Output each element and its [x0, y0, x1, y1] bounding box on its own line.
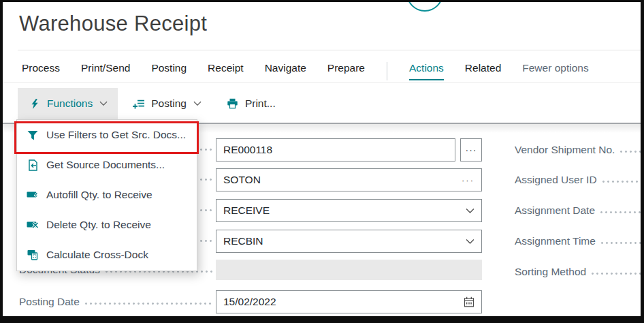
printer-icon — [226, 98, 240, 109]
ribbon-divider — [3, 82, 641, 83]
tab-prepare[interactable]: Prepare — [327, 62, 365, 79]
tab-receipt[interactable]: Receipt — [208, 62, 244, 79]
sorting-method-row: Sorting Method — [515, 260, 641, 283]
assignment-date-row: Assignment Date — [515, 199, 641, 222]
menu-item-label: Autofill Qty. to Receive — [46, 189, 152, 201]
field-x-icon — [26, 220, 39, 230]
posting-button[interactable]: Posting — [122, 88, 212, 119]
assignment-time-row: Assignment Time — [515, 230, 641, 253]
menu-item-delete-qty[interactable]: Delete Qty. to Receive — [17, 210, 197, 240]
posting-date-value: 15/02/2022 — [223, 296, 464, 308]
chevron-down-icon[interactable] — [466, 208, 474, 214]
functions-button-label: Functions — [47, 97, 93, 110]
posting-date-field[interactable]: 15/02/2022 — [216, 290, 482, 313]
tab-process[interactable]: Process — [22, 62, 60, 79]
tab-separator — [387, 62, 387, 80]
dotted-leader — [200, 179, 214, 181]
posting-button-label: Posting — [151, 97, 187, 110]
title-divider — [18, 50, 641, 50]
location-code-field[interactable]: SOTON ··· — [216, 168, 482, 191]
location-code-value: SOTON — [223, 174, 462, 186]
menu-item-label: Get Source Documents... — [46, 159, 165, 171]
dotted-leader — [592, 273, 641, 275]
dotted-leader — [620, 151, 641, 153]
calculator-icon — [26, 249, 39, 260]
bin-code-value: RECBIN — [223, 235, 466, 247]
vendor-shipment-label: Vendor Shipment No. — [515, 144, 615, 156]
vendor-shipment-row: Vendor Shipment No. — [515, 138, 641, 162]
tutorial-highlight-box — [14, 121, 199, 154]
functions-button[interactable]: Functions — [18, 88, 118, 119]
menu-item-calculate-cross-dock[interactable]: Calculate Cross-Dock — [17, 240, 197, 270]
tab-print-send[interactable]: Print/Send — [81, 62, 130, 79]
ribbon-tab-row: Process Print/Send Posting Receipt Navig… — [22, 62, 589, 81]
warehouse-receipt-window: Warehouse Receipt Process Print/Send Pos… — [0, 0, 644, 323]
lightning-bolt-icon — [28, 99, 42, 109]
posting-date-label: Posting Date — [19, 296, 80, 308]
field-lightning-icon — [26, 190, 39, 200]
tab-fewer-options[interactable]: Fewer options — [522, 62, 588, 79]
print-button-label: Print... — [245, 97, 276, 110]
dotted-leader — [600, 211, 641, 213]
assigned-user-row: Assigned User ID — [515, 168, 641, 191]
command-toolbar: Functions Posting — [18, 88, 286, 119]
tab-posting[interactable]: Posting — [151, 62, 187, 79]
no-assist-edit-button[interactable]: ··· — [460, 138, 482, 162]
ellipsis-icon: ··· — [466, 144, 477, 155]
tab-actions[interactable]: Actions — [409, 62, 444, 80]
dotted-leader — [601, 242, 641, 244]
menu-item-label: Delete Qty. to Receive — [46, 219, 151, 231]
dotted-leader — [602, 181, 641, 183]
assignment-time-label: Assignment Time — [515, 235, 596, 247]
no-field-value: RE000118 — [223, 144, 448, 156]
menu-item-get-source-documents[interactable]: Get Source Documents... — [17, 150, 197, 180]
lookup-ellipsis-icon[interactable]: ··· — [462, 175, 474, 185]
zone-code-value: RECEIVE — [223, 204, 466, 217]
tab-navigate[interactable]: Navigate — [265, 62, 306, 79]
calendar-icon[interactable] — [464, 296, 474, 307]
menu-item-autofill-qty[interactable]: Autofill Qty. to Receive — [17, 180, 197, 210]
sorting-method-label: Sorting Method — [515, 266, 586, 278]
posting-date-row: Posting Date — [19, 290, 212, 313]
document-arrow-icon — [26, 159, 39, 171]
assigned-user-label: Assigned User ID — [515, 174, 597, 186]
chevron-down-icon — [99, 101, 108, 106]
no-field[interactable]: RE000118 — [216, 138, 455, 162]
page-badge-circle — [406, 0, 443, 12]
document-status-field — [216, 260, 482, 280]
dotted-leader — [200, 240, 214, 242]
zone-code-field[interactable]: RECEIVE — [216, 199, 482, 222]
dotted-leader — [85, 303, 212, 305]
chevron-down-icon — [193, 101, 202, 106]
dotted-leader — [200, 209, 214, 211]
chevron-down-icon[interactable] — [466, 239, 474, 245]
page-title: Warehouse Receipt — [19, 12, 207, 36]
assignment-date-label: Assignment Date — [515, 204, 595, 217]
dotted-leader — [200, 149, 214, 151]
bin-code-field[interactable]: RECBIN — [216, 230, 482, 253]
posting-lines-plus-icon — [132, 99, 146, 109]
menu-item-label: Calculate Cross-Dock — [46, 249, 148, 261]
tab-related[interactable]: Related — [465, 62, 501, 79]
print-button[interactable]: Print... — [216, 88, 286, 119]
